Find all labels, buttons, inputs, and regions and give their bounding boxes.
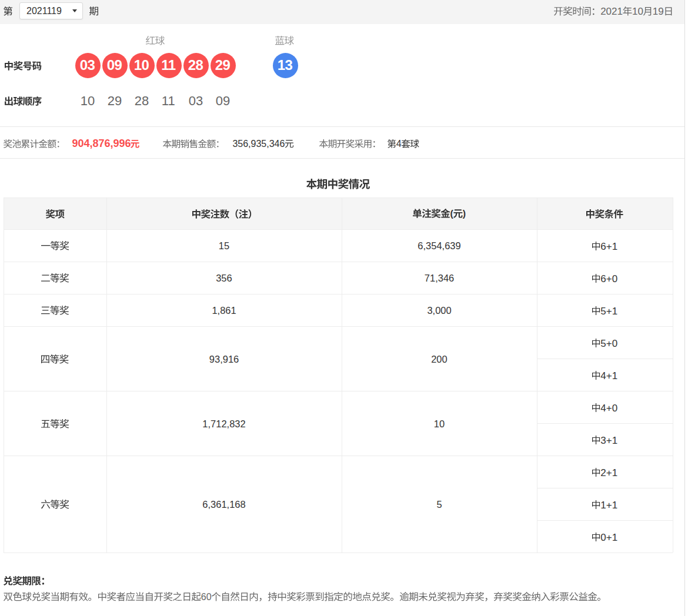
svg-text:356,935,346: 356,935,346 (232, 139, 285, 149)
svg-text:5+1: 5+1 (601, 305, 618, 316)
svg-text:2021: 2021 (600, 6, 623, 17)
svg-text:2+1: 2+1 (601, 467, 618, 478)
svg-text:6+1: 6+1 (601, 240, 618, 252)
svg-text:1+1: 1+1 (601, 499, 618, 510)
svg-text:4+0: 4+0 (601, 402, 618, 413)
svg-text:): ) (463, 209, 466, 219)
svg-text:60: 60 (201, 592, 212, 602)
svg-text:(: ( (450, 209, 454, 219)
svg-text:0+1: 0+1 (601, 531, 618, 543)
svg-text:19: 19 (653, 6, 664, 17)
svg-text:10: 10 (632, 6, 643, 17)
svg-text:3+1: 3+1 (601, 434, 618, 446)
svg-text:4: 4 (396, 139, 402, 149)
svg-text:5+0: 5+0 (601, 337, 618, 349)
svg-text:6+0: 6+0 (601, 273, 618, 284)
svg-text:4+1: 4+1 (601, 370, 618, 381)
svg-text:904,876,996: 904,876,996 (72, 138, 131, 149)
